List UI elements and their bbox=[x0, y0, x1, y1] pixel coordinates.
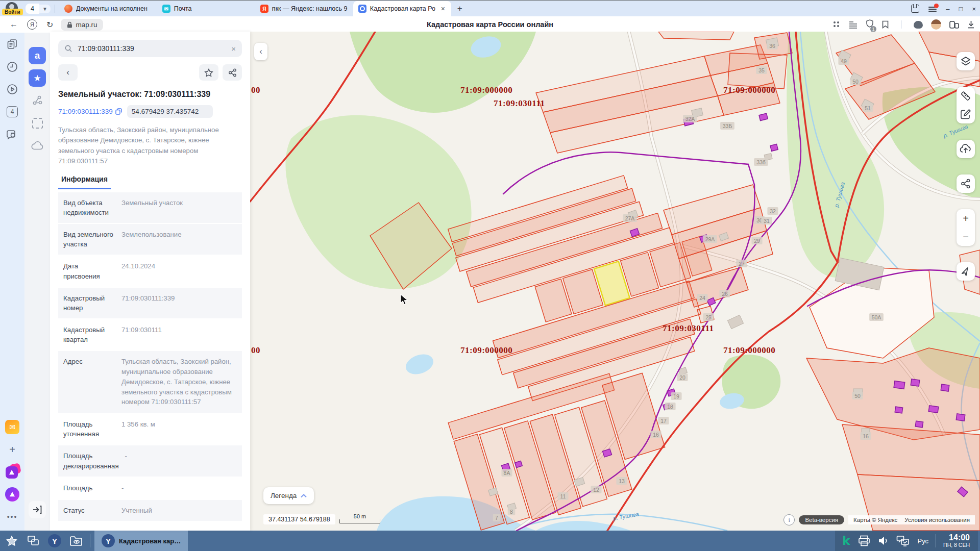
browser-tab[interactable]: Кадастровая карта Ро× bbox=[353, 1, 451, 16]
extensions-grid-icon[interactable] bbox=[832, 20, 841, 29]
tab-bar: Войти 4 ▼ Документы на исполнен✉ПочтаЯпк… bbox=[0, 1, 980, 16]
info-row: Кадастровый квартал71:09:030111 bbox=[58, 319, 242, 350]
share-button[interactable] bbox=[223, 64, 242, 81]
ruler-button[interactable] bbox=[957, 87, 975, 105]
parcel-description: Тульская область, Заокский район, муници… bbox=[58, 125, 242, 167]
tab-counter[interactable]: 4 bbox=[26, 4, 39, 14]
reader-mode-icon[interactable] bbox=[849, 21, 857, 29]
profile-avatar[interactable]: Войти bbox=[3, 2, 20, 16]
user-avatar[interactable] bbox=[931, 19, 941, 30]
info-row-value: - bbox=[121, 483, 237, 493]
zoom-in-button[interactable]: + bbox=[957, 209, 975, 228]
printer-icon[interactable] bbox=[854, 531, 874, 551]
map-canvas[interactable]: р. Тушигар. Тушигар. Тушига 363549505132… bbox=[250, 32, 980, 531]
panels-copy-icon[interactable] bbox=[4, 36, 21, 53]
reload-icon[interactable]: ↻ bbox=[46, 20, 53, 30]
tabs-sync-icon[interactable] bbox=[949, 21, 959, 29]
volume-icon[interactable] bbox=[874, 531, 893, 551]
kaspersky-icon[interactable]: k bbox=[838, 534, 854, 547]
upload-button[interactable] bbox=[957, 140, 975, 158]
taskbar-windows-icon[interactable] bbox=[23, 531, 43, 551]
collapse-panel-button[interactable]: ‹ bbox=[254, 43, 267, 60]
svg-text:71:09:000000: 71:09:000000 bbox=[460, 345, 512, 355]
search-input[interactable] bbox=[77, 44, 227, 53]
svg-text:33б: 33б bbox=[756, 159, 766, 165]
window-close-button[interactable]: × bbox=[972, 5, 976, 13]
browser-tab[interactable]: Документы на исполнен bbox=[59, 1, 157, 16]
address-bar[interactable]: map.ru bbox=[61, 19, 103, 31]
login-badge[interactable]: Войти bbox=[2, 9, 23, 15]
downloads-icon[interactable] bbox=[967, 20, 975, 29]
coordinates-chip[interactable]: 54.679429 37.435742 bbox=[127, 105, 213, 118]
devices-sync-icon[interactable] bbox=[893, 531, 913, 551]
info-row-label: Вид зем​ельного участка bbox=[63, 230, 115, 249]
yandex-search-icon[interactable]: Я bbox=[27, 19, 37, 30]
area-select-icon[interactable] bbox=[29, 114, 46, 132]
tab-information[interactable]: Информация bbox=[58, 175, 111, 189]
yandex-mail-icon[interactable]: ✉ bbox=[4, 418, 21, 436]
back-button[interactable]: ‹ bbox=[58, 64, 78, 81]
locate-button[interactable] bbox=[957, 262, 975, 281]
search-bar[interactable]: × bbox=[58, 40, 242, 57]
clock[interactable]: 14:00 ПН, 8 СЕН bbox=[938, 533, 975, 548]
map-app-logo[interactable]: a bbox=[29, 47, 46, 64]
cloud-icon[interactable] bbox=[29, 137, 46, 154]
svg-text:8А: 8А bbox=[504, 470, 510, 476]
share-nodes-icon[interactable] bbox=[29, 92, 46, 109]
side-panel-icon[interactable] bbox=[911, 5, 919, 13]
taskbar-yandex-browser-icon[interactable]: Y bbox=[45, 531, 64, 551]
tab-close-icon[interactable]: × bbox=[440, 5, 446, 13]
add-shortcut-icon[interactable]: + bbox=[4, 441, 21, 458]
legend-button[interactable]: Легенда bbox=[263, 487, 314, 504]
layers-button[interactable] bbox=[957, 52, 975, 70]
task-icon: Y bbox=[102, 534, 115, 547]
tab-list-chevron-icon[interactable]: ▼ bbox=[39, 5, 51, 13]
taskbar-file-manager-icon[interactable] bbox=[66, 531, 86, 551]
alice-icon[interactable] bbox=[914, 21, 923, 29]
svg-text:50: 50 bbox=[852, 79, 859, 85]
svg-text:17: 17 bbox=[660, 418, 667, 424]
divider bbox=[901, 20, 901, 29]
svg-text:36: 36 bbox=[769, 43, 775, 49]
window-maximize-button[interactable]: □ bbox=[959, 5, 963, 13]
svg-text:25: 25 bbox=[705, 314, 712, 320]
tab-groups-icon[interactable]: 4 bbox=[4, 103, 21, 120]
alice-app-icon[interactable] bbox=[4, 486, 21, 503]
history-clock-icon[interactable] bbox=[4, 58, 21, 76]
cadastral-number-link[interactable]: 71:09:030111:339 bbox=[58, 108, 122, 115]
mail-favicon: ✉ bbox=[162, 5, 170, 13]
protect-shield-icon[interactable]: 1 bbox=[866, 19, 874, 30]
more-options-icon[interactable]: ••• bbox=[4, 508, 21, 525]
collapse-sidebar-icon[interactable] bbox=[29, 501, 46, 518]
svg-text:71:09:000000: 71:09:000000 bbox=[723, 345, 775, 355]
active-task[interactable]: Y Кадастровая кар… bbox=[94, 531, 188, 551]
favorites-star-button[interactable]: ★ bbox=[29, 69, 46, 87]
new-tab-button[interactable]: + bbox=[451, 4, 469, 14]
terms-link[interactable]: Условия использования bbox=[904, 517, 970, 523]
svg-text:00: 00 bbox=[251, 345, 260, 355]
browser-tab[interactable]: ✉Почта bbox=[157, 1, 255, 16]
back-icon[interactable]: ← bbox=[10, 20, 18, 29]
menu-icon[interactable] bbox=[928, 6, 937, 12]
copy-icon[interactable] bbox=[115, 108, 122, 115]
video-play-icon[interactable] bbox=[4, 81, 21, 98]
cadastral-map[interactable]: р. Тушигар. Тушигар. Тушига 363549505132… bbox=[250, 32, 980, 531]
share-map-button[interactable] bbox=[957, 174, 975, 193]
copy-icon[interactable] bbox=[202, 108, 208, 115]
yandex-start-icon[interactable] bbox=[4, 463, 21, 481]
info-row: Кадастровый номер71:09:030111:339 bbox=[58, 288, 242, 318]
edit-button[interactable] bbox=[957, 105, 975, 123]
taskbar-start-icon[interactable] bbox=[2, 531, 21, 551]
info-row-value: Тульская область, Заокский район, муници… bbox=[121, 357, 237, 407]
clear-search-icon[interactable]: × bbox=[231, 44, 236, 53]
info-icon[interactable]: i bbox=[783, 514, 795, 525]
language-indicator[interactable]: Рус bbox=[913, 537, 934, 545]
bookmark-flag-icon[interactable] bbox=[882, 20, 889, 29]
favorite-star-button[interactable] bbox=[199, 64, 218, 81]
browser-sidebar: 4 ✉ + ••• bbox=[0, 32, 24, 531]
browser-tab[interactable]: Япкк — Яндекс: нашлось 9 bbox=[255, 1, 353, 16]
info-row: Площадь декларированная- bbox=[58, 445, 242, 476]
window-minimize-button[interactable]: – bbox=[946, 5, 949, 13]
zoom-out-button[interactable]: − bbox=[957, 228, 975, 246]
screenshot-icon[interactable] bbox=[4, 126, 21, 143]
